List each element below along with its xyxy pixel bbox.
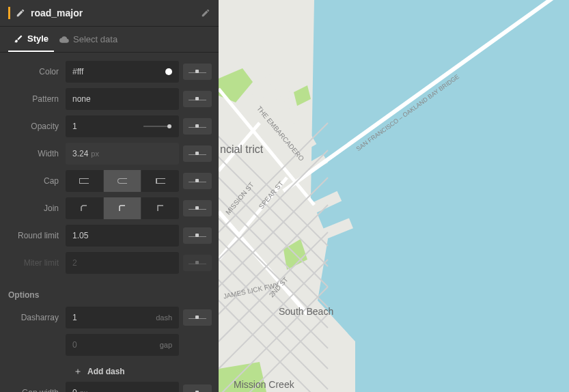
color-ramp-button[interactable] (183, 64, 212, 80)
opacity-value: 1 (72, 122, 77, 131)
gap-width-input[interactable]: 0 px (66, 382, 179, 392)
cap-round-button[interactable] (104, 170, 141, 192)
tab-style[interactable]: Style (8, 27, 54, 52)
round-limit-label: Round limit (7, 231, 66, 240)
dash-value: 1 (72, 313, 77, 322)
dasharray-ramp-button[interactable] (183, 309, 212, 326)
width-label: Width (7, 149, 66, 158)
opacity-ramp-button[interactable] (183, 118, 212, 135)
join-ramp-button[interactable] (183, 200, 212, 216)
miter-limit-value: 2 (72, 258, 77, 268)
miter-limit-ramp-button (183, 255, 212, 271)
plus-icon (74, 367, 82, 376)
join-round-button[interactable] (104, 197, 141, 219)
gap-unit: gap (160, 341, 172, 349)
opacity-label: Opacity (7, 122, 66, 131)
add-dash-label: Add dash (87, 367, 125, 376)
gap-width-unit: px (80, 389, 88, 392)
gap-width-label: Gap width (7, 388, 66, 392)
pattern-ramp-button[interactable] (183, 91, 212, 107)
dash-unit: dash (156, 313, 172, 322)
gap-width-value: 0 (72, 388, 77, 392)
cap-square-button[interactable] (141, 170, 179, 192)
tabs: Style Select data (0, 27, 219, 53)
tab-style-label: Style (27, 33, 48, 44)
width-input[interactable]: 3.24 px (66, 143, 179, 165)
pattern-input[interactable]: none (66, 88, 179, 110)
dasharray-label: Dasharray (7, 313, 66, 322)
cap-group (66, 170, 179, 192)
place-label-mission-creek: Mission Creek (234, 379, 294, 390)
gap-input[interactable]: 0 gap (66, 334, 179, 356)
join-miter-button[interactable] (141, 197, 179, 219)
opacity-input[interactable]: 1 (66, 115, 179, 137)
cap-ramp-button[interactable] (183, 173, 212, 189)
miter-limit-label: Miter limit (7, 258, 66, 268)
miter-limit-input: 2 (66, 252, 179, 274)
join-label: Join (7, 204, 66, 213)
header-accent (8, 7, 10, 19)
edit-icon[interactable] (201, 8, 210, 18)
gap-value: 0 (72, 340, 77, 350)
options-title: Options (0, 283, 219, 304)
color-swatch (165, 68, 172, 75)
place-label-financial: ncial trict (220, 143, 263, 156)
map-canvas[interactable]: ncial trict South Beach Mission Creek TH… (219, 0, 569, 392)
width-unit: px (91, 150, 99, 158)
cap-butt-button[interactable] (66, 170, 103, 192)
width-ramp-button[interactable] (183, 145, 212, 162)
cloud-icon (59, 35, 69, 44)
place-label-south-beach: South Beach (279, 306, 333, 317)
gap-width-ramp-button[interactable] (183, 384, 212, 392)
layer-header: road_major (0, 0, 219, 27)
round-limit-input[interactable]: 1.05 (66, 225, 179, 247)
pattern-value: none (72, 94, 91, 104)
add-dash-button[interactable]: Add dash (7, 361, 212, 382)
paint-icon (14, 34, 23, 44)
round-limit-ramp-button[interactable] (183, 227, 212, 244)
tab-select-data-label: Select data (73, 34, 117, 44)
cap-label: Cap (7, 176, 66, 186)
dash-input[interactable]: 1 dash (66, 307, 179, 328)
color-label: Color (7, 67, 66, 76)
opacity-slider[interactable] (143, 126, 169, 127)
pencil-icon (16, 8, 25, 18)
join-bevel-button[interactable] (66, 197, 103, 219)
join-group (66, 197, 179, 219)
color-value: #fff (72, 67, 83, 76)
round-limit-value: 1.05 (72, 231, 88, 240)
layer-title: road_major (31, 8, 201, 18)
color-input[interactable]: #fff (66, 61, 179, 83)
tab-select-data[interactable]: Select data (54, 27, 123, 52)
width-value: 3.24 (72, 149, 88, 158)
pattern-label: Pattern (7, 94, 66, 104)
